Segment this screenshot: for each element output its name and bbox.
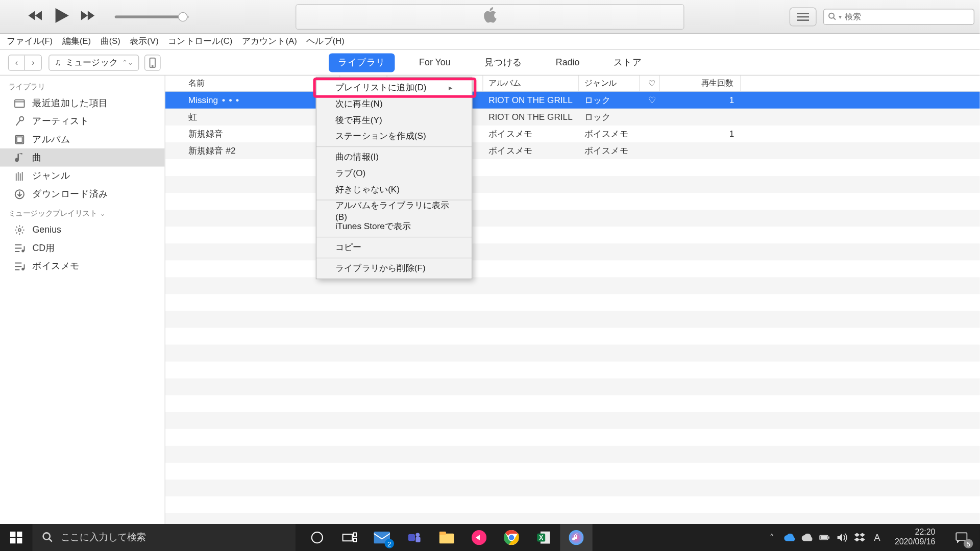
menu-view[interactable]: 表示(V)	[130, 36, 158, 47]
media-source-select[interactable]: ♫ ミュージック ⌃⌄	[48, 54, 139, 70]
table-row[interactable]: 新規録音ボイスメモボイスメモ1	[165, 126, 980, 142]
nav-forward-button[interactable]: ›	[25, 55, 41, 70]
svg-line-25	[16, 232, 17, 233]
device-button[interactable]	[144, 54, 161, 70]
tb-taskview-icon[interactable]	[333, 524, 365, 551]
empty-row	[165, 328, 980, 344]
nav-back-button[interactable]: ‹	[9, 55, 25, 70]
tray-volume-icon[interactable]	[837, 532, 847, 543]
cm-dislike[interactable]: 好きじゃない(K)	[316, 182, 472, 198]
empty-row	[165, 496, 980, 513]
search-input[interactable]	[845, 12, 970, 21]
tray-clock[interactable]: 22:20 2020/09/16	[889, 528, 941, 546]
notif-badge: 5	[964, 539, 973, 548]
search-icon	[828, 10, 836, 22]
tb-app-pink-icon[interactable]	[463, 524, 495, 551]
empty-row	[165, 210, 980, 227]
menu-song[interactable]: 曲(S)	[101, 36, 120, 47]
tab-store[interactable]: ストア	[604, 53, 651, 72]
tray-ime-icon[interactable]: A	[872, 532, 883, 543]
sidebar-item-genres[interactable]: ジャンル	[0, 167, 165, 185]
tab-for-you[interactable]: For You	[410, 54, 460, 71]
table-row[interactable]: Missing• • •RIOT ON THE GRILLロック♡1	[165, 92, 980, 109]
start-button[interactable]	[0, 524, 32, 551]
cm-play-later[interactable]: 後で再生(Y)	[316, 112, 472, 128]
mail-badge: 2	[385, 539, 395, 548]
tb-cortana-icon[interactable]	[301, 524, 333, 551]
col-header-plays[interactable]: 再生回数	[660, 76, 741, 91]
album-icon	[13, 134, 26, 144]
tb-mail-icon[interactable]: 2	[366, 524, 398, 551]
menu-file[interactable]: ファイル(F)	[7, 36, 53, 47]
cm-delete[interactable]: ライブラリから削除(F)	[316, 260, 472, 277]
cm-song-info[interactable]: 曲の情報(I)	[316, 149, 472, 165]
tb-teams-icon[interactable]	[398, 524, 430, 551]
empty-row	[165, 429, 980, 446]
sidebar-playlist-voicememo[interactable]: ボイスメモ	[0, 257, 165, 276]
cm-play-next[interactable]: 次に再生(N)	[316, 96, 472, 112]
taskbar-search[interactable]: ここに入力して検索	[32, 524, 296, 551]
empty-row	[165, 446, 980, 463]
menu-controls[interactable]: コントロール(C)	[168, 36, 232, 47]
sidebar-playlist-cd[interactable]: CD用	[0, 239, 165, 257]
sidebar-item-downloaded[interactable]: ダウンロード済み	[0, 185, 165, 203]
menu-help[interactable]: ヘルプ(H)	[306, 36, 345, 47]
now-playing-display	[296, 4, 684, 29]
prev-track-button[interactable]	[29, 10, 43, 22]
up-next-button[interactable]	[790, 7, 817, 26]
menu-edit[interactable]: 編集(E)	[62, 36, 91, 47]
svg-point-41	[43, 533, 50, 539]
table-row[interactable]: 新規録音 #2ボイスメモボイスメモ	[165, 142, 980, 159]
music-note-icon: ♫	[55, 57, 61, 67]
col-header-album[interactable]: アルバム	[483, 76, 579, 91]
tb-chrome-icon[interactable]	[495, 524, 527, 551]
empty-row	[165, 193, 980, 210]
sidebar-item-songs[interactable]: 曲	[0, 148, 165, 167]
tb-itunes-icon[interactable]	[560, 524, 592, 551]
col-header-name[interactable]: 名前	[165, 76, 340, 91]
table-row[interactable]: 虹RIOT ON THE GRILLロック	[165, 109, 980, 126]
next-track-button[interactable]	[81, 10, 96, 22]
sidebar-item-artists[interactable]: アーティスト	[0, 112, 165, 130]
col-header-genre[interactable]: ジャンル	[579, 76, 640, 91]
search-dropdown-icon[interactable]: ▾	[839, 13, 842, 20]
tray-battery-icon[interactable]	[819, 532, 830, 543]
svg-rect-46	[354, 538, 356, 542]
tray-onedrive-icon[interactable]	[784, 532, 795, 543]
sidebar-playlists-title[interactable]: ミュージックプレイリスト ⌄	[0, 203, 165, 220]
sidebar-item-label: 曲	[32, 152, 42, 164]
tray-dropbox-icon[interactable]	[854, 532, 865, 543]
tray-notifications[interactable]: 5	[947, 524, 976, 551]
sidebar-item-label: ダウンロード済み	[32, 188, 108, 200]
svg-rect-50	[415, 537, 420, 542]
search-box[interactable]: ▾	[823, 9, 974, 25]
tab-library[interactable]: ライブラリ	[329, 53, 395, 72]
sidebar-item-albums[interactable]: アルバム	[0, 130, 165, 148]
svg-rect-7	[15, 99, 24, 107]
tray-chevron-icon[interactable]: ˄	[767, 532, 777, 543]
tb-explorer-icon[interactable]	[430, 524, 462, 551]
svg-rect-62	[828, 537, 829, 539]
sidebar-item-label: Genius	[32, 224, 61, 235]
sidebar-playlist-genius[interactable]: Genius	[0, 220, 165, 239]
play-button[interactable]	[55, 8, 68, 25]
guitar-icon	[13, 170, 26, 181]
cm-show-in-library[interactable]: アルバムをライブラリに表示(B)	[316, 203, 472, 219]
note-icon	[13, 152, 26, 163]
empty-row	[165, 243, 980, 260]
cm-add-to-playlist[interactable]: プレイリストに追加(D) ▸	[316, 80, 472, 96]
cm-create-station[interactable]: ステーションを作成(S)	[316, 128, 472, 144]
tab-browse[interactable]: 見つける	[475, 53, 531, 72]
cm-copy[interactable]: コピー	[316, 239, 472, 256]
cm-love[interactable]: ラブ(O)	[316, 165, 472, 182]
svg-rect-37	[10, 532, 16, 537]
sidebar-item-recent[interactable]: 最近追加した項目	[0, 94, 165, 112]
svg-rect-2	[797, 19, 809, 21]
tab-radio[interactable]: Radio	[546, 54, 589, 71]
tray-cloud-icon[interactable]	[801, 532, 812, 543]
menu-account[interactable]: アカウント(A)	[242, 36, 297, 47]
tb-excel-icon[interactable]: X	[528, 524, 560, 551]
sidebar-item-label: CD用	[32, 242, 55, 254]
col-header-love[interactable]: ♡	[640, 76, 660, 91]
volume-slider[interactable]	[115, 15, 189, 18]
